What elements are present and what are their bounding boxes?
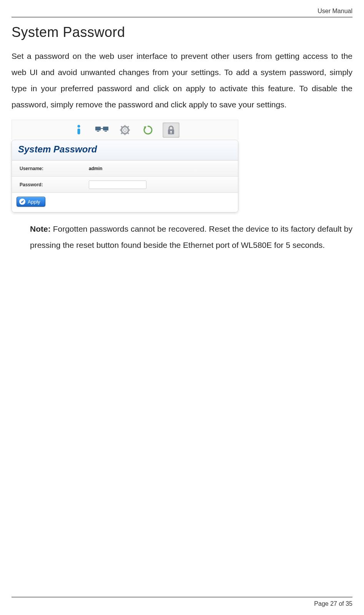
panel-title: System Password <box>12 140 238 160</box>
note-text: Forgotten passwords cannot be recovered.… <box>30 224 352 249</box>
svg-rect-19 <box>171 132 171 134</box>
svg-rect-5 <box>105 131 107 132</box>
apply-button-label: Apply <box>28 199 40 205</box>
page-number: Page 27 of 35 <box>12 600 352 607</box>
tab-bar <box>12 120 238 140</box>
info-icon[interactable] <box>70 122 87 138</box>
gear-icon[interactable] <box>116 122 133 138</box>
footer-divider <box>12 597 352 597</box>
svg-line-12 <box>121 126 123 128</box>
password-row: Password: <box>12 177 238 193</box>
note-paragraph: Note: Forgotten passwords cannot be reco… <box>30 221 352 253</box>
footer: Page 27 of 35 <box>12 597 352 607</box>
page-title: System Password <box>12 24 352 40</box>
check-icon: ✔ <box>19 199 25 205</box>
svg-line-15 <box>121 132 123 134</box>
svg-line-13 <box>127 132 129 134</box>
network-icon[interactable] <box>93 122 110 138</box>
svg-point-0 <box>78 125 80 127</box>
password-label: Password: <box>20 182 89 187</box>
svg-rect-3 <box>103 127 108 130</box>
note-prefix: Note: <box>30 224 51 233</box>
svg-line-14 <box>127 126 129 128</box>
svg-rect-1 <box>78 129 80 134</box>
reboot-icon[interactable] <box>140 122 156 138</box>
svg-point-7 <box>124 129 126 131</box>
apply-row: ✔ Apply <box>12 193 238 212</box>
system-password-panel: System Password Username: admin Password… <box>12 140 238 212</box>
header-label: User Manual <box>12 8 352 15</box>
username-row: Username: admin <box>12 160 238 177</box>
apply-button[interactable]: ✔ Apply <box>17 197 45 207</box>
lock-icon[interactable] <box>163 122 180 138</box>
intro-paragraph: Set a password on the web user interface… <box>12 48 352 113</box>
username-label: Username: <box>20 166 89 171</box>
system-password-screenshot: System Password Username: admin Password… <box>12 120 238 212</box>
svg-rect-4 <box>97 131 99 132</box>
password-input[interactable] <box>89 180 146 189</box>
username-value: admin <box>89 166 102 171</box>
header-divider <box>12 17 352 17</box>
svg-rect-2 <box>95 127 101 130</box>
